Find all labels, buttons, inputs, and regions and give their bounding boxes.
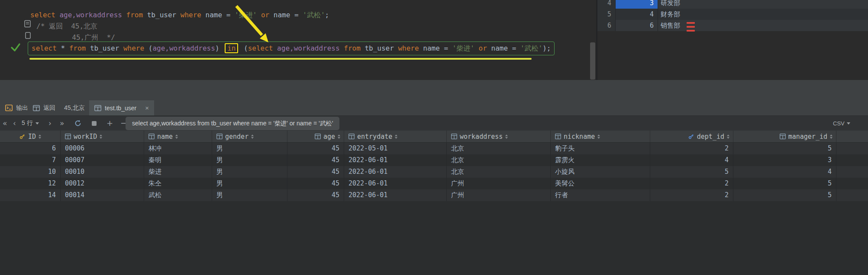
table-cell[interactable]: 柴进 bbox=[144, 166, 212, 178]
table-cell[interactable]: 小旋风 bbox=[551, 166, 650, 178]
table-cell[interactable]: 男 bbox=[212, 166, 287, 178]
executed-statement-check-icon[interactable] bbox=[10, 43, 21, 54]
table-cell[interactable]: 4 bbox=[650, 154, 733, 166]
sql-editor[interactable]: select age,workaddress from tb_user wher… bbox=[0, 0, 596, 80]
table-cell[interactable]: 男 bbox=[212, 154, 287, 166]
table-cell[interactable]: 霹雳火 bbox=[551, 154, 650, 166]
code-line-executed-statement[interactable]: select * from tb_user where (age,workadd… bbox=[28, 42, 555, 55]
table-cell[interactable]: 45 bbox=[287, 178, 344, 189]
error-stripe-marks bbox=[687, 22, 695, 32]
sort-icon bbox=[39, 134, 41, 139]
table-icon bbox=[315, 134, 321, 139]
table-cell[interactable]: 广州 bbox=[447, 189, 551, 201]
add-row-button[interactable]: + bbox=[106, 116, 113, 131]
sort-icon bbox=[830, 134, 833, 139]
code-token: tb_user bbox=[90, 44, 123, 52]
table-cell[interactable]: 林冲 bbox=[144, 143, 212, 154]
table-cell[interactable]: 2022-06-01 bbox=[344, 154, 447, 166]
export-format-dropdown[interactable]: CSV bbox=[833, 116, 850, 131]
table-cell[interactable]: 5 bbox=[733, 189, 836, 201]
column-header-name[interactable]: name bbox=[144, 131, 212, 142]
table-cell[interactable]: 广州 bbox=[447, 178, 551, 189]
first-page-button[interactable]: « bbox=[3, 116, 7, 131]
result-marker-icon[interactable] bbox=[24, 20, 32, 29]
column-header-gender[interactable]: gender bbox=[212, 131, 287, 142]
table-cell[interactable]: 6 bbox=[0, 143, 61, 154]
selected-cell[interactable]: 3 bbox=[616, 0, 658, 9]
table-cell[interactable]: 10 bbox=[0, 166, 61, 178]
table-cell[interactable]: 45 bbox=[287, 143, 344, 154]
table-cell[interactable]: 4 bbox=[733, 166, 836, 178]
result-grid-header: ID workID name gender age entrydate bbox=[0, 131, 868, 143]
table-cell[interactable]: 5 bbox=[733, 178, 836, 189]
table-cell[interactable]: 2 bbox=[650, 189, 733, 201]
prev-page-button[interactable]: ‹ bbox=[13, 116, 16, 131]
code-line[interactable]: select age,workaddress from tb_user wher… bbox=[30, 10, 329, 21]
column-header-manager-id[interactable]: manager_id bbox=[733, 131, 836, 142]
code-line-comment[interactable]: /* 返回 45,北京 bbox=[36, 21, 97, 32]
foreign-key-icon bbox=[688, 133, 694, 140]
table-cell[interactable]: 45 bbox=[287, 154, 344, 166]
table-cell[interactable]: 美髯公 bbox=[551, 178, 650, 189]
table-cell[interactable]: 2022-06-01 bbox=[344, 178, 447, 189]
code-token: tb_user bbox=[147, 11, 181, 19]
close-icon[interactable]: × bbox=[145, 105, 149, 111]
table-cell[interactable]: 男 bbox=[212, 189, 287, 201]
table-cell[interactable]: 北京 bbox=[447, 154, 551, 166]
table-cell[interactable]: 00010 bbox=[61, 166, 144, 178]
column-header-workaddress[interactable]: workaddress bbox=[447, 131, 551, 142]
table-cell[interactable]: 男 bbox=[212, 143, 287, 154]
next-page-button[interactable]: › bbox=[48, 116, 52, 131]
export-format-value: CSV bbox=[833, 120, 845, 127]
table-cell[interactable]: 00012 bbox=[61, 178, 144, 189]
column-header-entrydate[interactable]: entrydate bbox=[344, 131, 447, 142]
table-cell[interactable]: 5 bbox=[650, 166, 733, 178]
table-cell[interactable]: 00006 bbox=[61, 143, 144, 154]
table-cell[interactable]: 北京 bbox=[447, 143, 551, 154]
side-cell[interactable]: 研发部 bbox=[658, 0, 866, 9]
table-cell[interactable]: 7 bbox=[0, 154, 61, 166]
table-cell[interactable]: 5 bbox=[733, 143, 836, 154]
ide-screen: select age,workaddress from tb_user wher… bbox=[0, 0, 868, 275]
table-cell[interactable]: 12 bbox=[0, 178, 61, 189]
column-header-dept-id[interactable]: dept_id bbox=[650, 131, 733, 142]
table-cell[interactable]: 2022-05-01 bbox=[344, 143, 447, 154]
page-size-dropdown[interactable]: 5 行 bbox=[22, 116, 39, 131]
column-header-id[interactable]: ID bbox=[0, 131, 61, 142]
side-table-row: 66销售部 bbox=[597, 20, 868, 31]
table-cell[interactable]: 14 bbox=[0, 189, 61, 201]
sort-icon bbox=[727, 134, 729, 139]
table-cell[interactable]: 2 bbox=[650, 143, 733, 154]
table-cell[interactable]: 行者 bbox=[551, 189, 650, 201]
last-page-button[interactable]: » bbox=[60, 116, 64, 131]
table-cell[interactable]: 武松 bbox=[144, 189, 212, 201]
table-cell[interactable]: 北京 bbox=[447, 166, 551, 178]
table-cell[interactable]: 3 bbox=[733, 154, 836, 166]
table-cell[interactable]: 2 bbox=[650, 178, 733, 189]
table-cell[interactable]: 2022-06-01 bbox=[344, 166, 447, 178]
tab-test-tb-user[interactable]: test.tb_user × bbox=[89, 100, 154, 115]
column-header-age[interactable]: age bbox=[287, 131, 344, 142]
side-cell[interactable]: 6 bbox=[616, 20, 658, 31]
table-cell[interactable]: 豹子头 bbox=[551, 143, 650, 154]
table-cell[interactable]: 朱仝 bbox=[144, 178, 212, 189]
table-cell[interactable]: 00014 bbox=[61, 189, 144, 201]
side-cell[interactable]: 4 bbox=[616, 9, 658, 20]
table-cell[interactable]: 45 bbox=[287, 189, 344, 201]
column-header-nickname[interactable]: nickname bbox=[551, 131, 650, 142]
column-header-workid[interactable]: workID bbox=[61, 131, 144, 142]
column-label: manager_id bbox=[788, 133, 827, 141]
table-cell[interactable]: 00007 bbox=[61, 154, 144, 166]
table-cell[interactable]: 男 bbox=[212, 178, 287, 189]
stop-icon[interactable] bbox=[92, 121, 97, 126]
table-cell[interactable]: 45 bbox=[287, 166, 344, 178]
sort-icon bbox=[505, 134, 508, 139]
table-row: 600006林冲男452022-05-01北京豹子头25 bbox=[0, 143, 868, 154]
column-label: entrydate bbox=[357, 133, 392, 141]
editor-scrollbar[interactable] bbox=[590, 42, 595, 80]
table-cell[interactable]: 秦明 bbox=[144, 154, 212, 166]
side-cell[interactable]: 财务部 bbox=[658, 9, 866, 20]
table-cell[interactable]: 2022-06-01 bbox=[344, 189, 447, 201]
refresh-icon[interactable] bbox=[74, 120, 81, 127]
table-icon bbox=[216, 134, 223, 139]
